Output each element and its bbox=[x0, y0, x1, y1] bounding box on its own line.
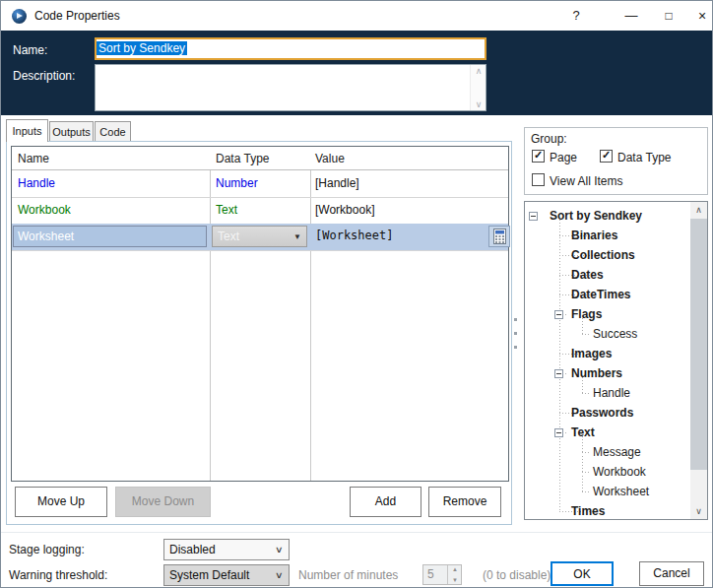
data-type-checkbox[interactable] bbox=[600, 150, 613, 163]
row-name: Workbook bbox=[18, 203, 71, 217]
tree-connector-line bbox=[582, 472, 590, 473]
tree-connector-line bbox=[582, 491, 590, 492]
stepper-up-icon[interactable]: ▲ bbox=[448, 566, 462, 572]
dropdown-arrow-icon: ▼ bbox=[293, 227, 301, 247]
row-data-type-dropdown[interactable]: Text▼ bbox=[212, 226, 307, 247]
tree-item-workbook[interactable]: Workbook bbox=[593, 462, 646, 482]
tree-item-success[interactable]: Success bbox=[593, 324, 637, 344]
stepper-arrows: ▲ ▼ bbox=[447, 565, 461, 584]
row-name: Handle bbox=[18, 176, 55, 190]
group-panel: Group: Page Data Type View All Items bbox=[524, 127, 708, 195]
tree-connector-line bbox=[582, 334, 590, 335]
tree-item-worksheet[interactable]: Worksheet bbox=[593, 482, 649, 501]
minutes-value: 5 bbox=[427, 567, 434, 581]
expression-editor-button[interactable] bbox=[488, 226, 510, 247]
description-scrollbar[interactable]: ∧ ∨ bbox=[470, 65, 486, 110]
tree-item-message[interactable]: Message bbox=[593, 442, 641, 462]
stepper-down-icon[interactable]: ▼ bbox=[448, 577, 462, 583]
row-value-expression[interactable]: [Worksheet] bbox=[315, 229, 393, 242]
tree-connector-line bbox=[582, 377, 583, 393]
close-icon[interactable]: × bbox=[685, 1, 713, 31]
warning-threshold-label: Warning threshold: bbox=[9, 568, 107, 582]
stage-logging-dropdown[interactable]: Disabled ∨ bbox=[163, 539, 290, 560]
tree-connector-line bbox=[559, 220, 560, 511]
inputs-tab-page: Name Data Type Value HandleNumber[Handle… bbox=[6, 141, 512, 525]
tree-item-collections[interactable]: Collections bbox=[571, 245, 635, 265]
scrollbar-thumb[interactable] bbox=[690, 219, 707, 470]
scroll-up-icon[interactable]: ∧ bbox=[690, 202, 707, 218]
tree-item-images[interactable]: Images bbox=[571, 344, 612, 363]
name-label: Name: bbox=[13, 43, 47, 57]
tree-connector-line bbox=[582, 318, 583, 334]
tree-item-sort-by-sendkey[interactable]: Sort by Sendkey bbox=[550, 206, 642, 226]
tree-item-dates[interactable]: Dates bbox=[571, 265, 604, 285]
tree-collapse-icon[interactable] bbox=[554, 428, 563, 437]
tree-connector-line bbox=[582, 393, 590, 394]
scroll-down-icon[interactable]: ∨ bbox=[690, 503, 707, 519]
tree-connector-line bbox=[582, 476, 583, 491]
number-of-minutes-label: Number of minutes bbox=[298, 568, 398, 582]
tree-item-times[interactable]: Times bbox=[571, 501, 605, 519]
tree-collapse-icon[interactable] bbox=[554, 369, 563, 378]
remove-button[interactable]: Remove bbox=[428, 487, 501, 517]
code-properties-dialog: Code Properties ? — □ × Name: Sort by Se… bbox=[0, 0, 713, 588]
help-icon[interactable]: ? bbox=[559, 1, 593, 31]
scroll-up-icon[interactable]: ∧ bbox=[471, 66, 486, 76]
page-checkbox[interactable] bbox=[532, 150, 545, 163]
description-input[interactable]: ∧ ∨ bbox=[95, 64, 486, 111]
header-panel: Name: Sort by Sendkey Description: ∧ ∨ bbox=[1, 31, 712, 115]
row-name-editor[interactable]: Worksheet bbox=[13, 226, 207, 247]
name-input[interactable]: Sort by Sendkey bbox=[95, 37, 486, 60]
cancel-button[interactable]: Cancel bbox=[639, 561, 704, 586]
titlebar: Code Properties ? — □ × bbox=[1, 1, 712, 31]
scroll-down-icon[interactable]: ∨ bbox=[471, 99, 486, 109]
data-items-tree: Sort by SendkeyBinariesCollectionsDatesD… bbox=[524, 201, 708, 520]
warning-threshold-dropdown[interactable]: System Default ∨ bbox=[163, 564, 290, 586]
tree-collapse-icon[interactable] bbox=[529, 212, 538, 221]
table-row[interactable]: WorkbookText[Workbook] bbox=[12, 197, 508, 224]
data-type-checkbox-label[interactable]: Data Type bbox=[617, 151, 671, 164]
tab-outputs[interactable]: Outputs bbox=[49, 121, 94, 142]
table-header: Name Data Type Value bbox=[12, 147, 508, 170]
move-down-button: Move Down bbox=[115, 487, 211, 517]
table-row[interactable]: HandleNumber[Handle] bbox=[12, 170, 508, 197]
maximize-icon[interactable]: □ bbox=[652, 1, 685, 31]
tab-code[interactable]: Code bbox=[95, 121, 131, 142]
code-stage-icon bbox=[12, 9, 27, 24]
tree-item-flags[interactable]: Flags bbox=[571, 304, 602, 324]
tree-item-datetimes[interactable]: DateTimes bbox=[571, 285, 630, 304]
stage-logging-value: Disabled bbox=[169, 543, 216, 556]
chevron-down-icon: ∨ bbox=[275, 565, 284, 585]
row-value: [Handle] bbox=[315, 176, 359, 190]
tree-scrollbar[interactable]: ∧ ∨ bbox=[690, 202, 707, 519]
minimize-icon[interactable]: — bbox=[615, 1, 648, 31]
table-row[interactable]: WorksheetText▼[Worksheet] bbox=[12, 224, 508, 250]
column-header-type: Data Type bbox=[216, 152, 269, 165]
tree-connector-line bbox=[582, 452, 590, 453]
footer-divider bbox=[1, 532, 712, 533]
move-up-button[interactable]: Move Up bbox=[15, 487, 107, 517]
splitter-grip[interactable] bbox=[514, 318, 517, 321]
view-all-items-checkbox[interactable] bbox=[532, 173, 545, 186]
disable-hint-label: (0 to disable) bbox=[483, 568, 551, 582]
tree-collapse-icon[interactable] bbox=[554, 310, 563, 319]
tree-item-handle[interactable]: Handle bbox=[593, 383, 630, 403]
tree-item-binaries[interactable]: Binaries bbox=[571, 226, 617, 245]
tree-item-passwords[interactable]: Passwords bbox=[571, 403, 633, 423]
tree-connector-line bbox=[582, 436, 583, 452]
tab-inputs[interactable]: Inputs bbox=[6, 119, 48, 142]
calculator-icon bbox=[493, 229, 506, 244]
view-all-items-checkbox-label[interactable]: View All Items bbox=[550, 174, 622, 188]
add-button[interactable]: Add bbox=[350, 487, 421, 517]
page-checkbox-label[interactable]: Page bbox=[550, 151, 577, 164]
row-divider bbox=[12, 250, 508, 251]
tree-item-numbers[interactable]: Numbers bbox=[571, 363, 622, 383]
ok-button[interactable]: OK bbox=[551, 561, 614, 586]
name-value: Sort by Sendkey bbox=[97, 41, 187, 55]
tree-connector-line bbox=[582, 456, 583, 472]
column-header-value: Value bbox=[315, 152, 345, 165]
row-value: [Workbook] bbox=[315, 203, 374, 217]
parameters-table: Name Data Type Value HandleNumber[Handle… bbox=[11, 146, 509, 482]
minutes-stepper: 5 ▲ ▼ bbox=[422, 564, 462, 585]
warning-threshold-value: System Default bbox=[169, 568, 249, 582]
